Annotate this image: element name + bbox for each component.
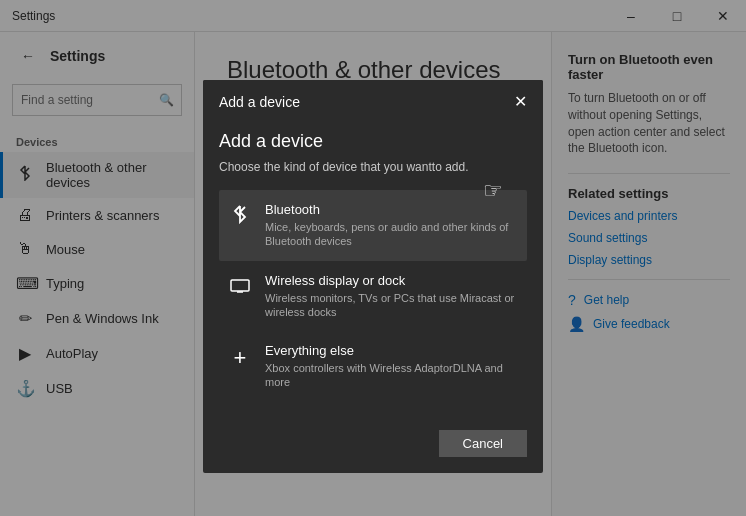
modal-overlay: Add a device ✕ Add a device Choose the k…	[0, 0, 746, 516]
device-option-wireless-display[interactable]: Wireless display or dock Wireless monito…	[219, 261, 527, 332]
modal-close-button[interactable]: ✕	[514, 92, 527, 111]
everything-else-option-desc: Xbox controllers with Wireless AdaptorDL…	[265, 361, 517, 390]
everything-else-option-title: Everything else	[265, 343, 517, 358]
wireless-display-option-content: Wireless display or dock Wireless monito…	[265, 273, 517, 320]
wireless-display-icon	[229, 275, 251, 298]
modal-header-title: Add a device	[219, 94, 300, 110]
bluetooth-option-title: Bluetooth	[265, 202, 517, 217]
everything-else-icon: +	[229, 345, 251, 371]
bluetooth-option-desc: Mice, keyboards, pens or audio and other…	[265, 220, 517, 249]
bluetooth-device-icon	[229, 204, 251, 229]
modal-body: Add a device Choose the kind of device t…	[203, 123, 543, 418]
device-option-everything-else[interactable]: + Everything else Xbox controllers with …	[219, 331, 527, 402]
modal-heading: Add a device	[219, 131, 527, 152]
everything-else-option-content: Everything else Xbox controllers with Wi…	[265, 343, 517, 390]
modal-subtitle: Choose the kind of device that you wantt…	[219, 160, 527, 174]
wireless-display-option-title: Wireless display or dock	[265, 273, 517, 288]
modal-header: Add a device ✕	[203, 80, 543, 123]
svg-rect-0	[231, 280, 249, 291]
modal-footer: Cancel	[203, 418, 543, 473]
wireless-display-option-desc: Wireless monitors, TVs or PCs that use M…	[265, 291, 517, 320]
add-device-modal: Add a device ✕ Add a device Choose the k…	[203, 80, 543, 473]
bluetooth-option-content: Bluetooth Mice, keyboards, pens or audio…	[265, 202, 517, 249]
device-option-bluetooth[interactable]: Bluetooth Mice, keyboards, pens or audio…	[219, 190, 527, 261]
cancel-button[interactable]: Cancel	[439, 430, 527, 457]
